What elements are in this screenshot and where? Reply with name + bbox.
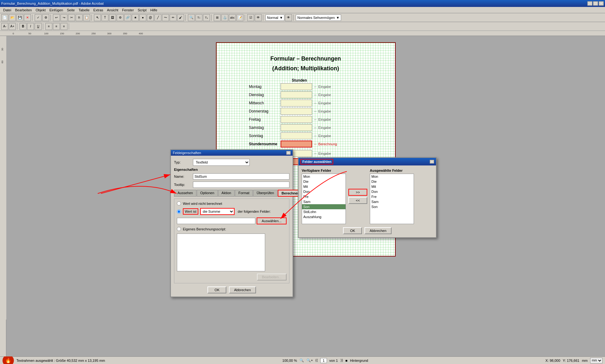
list-item-die-v[interactable]: Die	[302, 179, 346, 184]
tab-ueberprufen[interactable]: Überprüfen	[253, 190, 277, 197]
bearbeiten-button[interactable]: Bearbeiten...	[257, 274, 287, 280]
verfuegbare-felder-list[interactable]: Mon Die Mit Don Fre Sam Son StdLohn Ausz…	[302, 174, 346, 224]
align-left-button[interactable]: ≡	[45, 23, 52, 30]
felder-ok-button[interactable]: OK	[343, 227, 362, 234]
circle-button[interactable]: ●	[139, 14, 146, 21]
vision-mode-dropdown[interactable]: Normales Sehvermögen ▼	[296, 14, 341, 21]
save-button[interactable]: 💾	[16, 14, 23, 21]
feldeigenschaften-dialog[interactable]: Feldeigenschaften × Typ: Textfeld Eigens…	[170, 149, 293, 297]
zoom-in-button[interactable]: 🔍	[188, 14, 195, 21]
list-item-fre-a[interactable]: Fre	[370, 194, 414, 199]
tooltip-input[interactable]	[193, 182, 289, 188]
close-window-button[interactable]: ×	[599, 1, 604, 6]
list-item-sam-v[interactable]: Sam	[302, 199, 346, 204]
sum-select[interactable]: die Summe das Produkt der Durchschnitt d…	[200, 208, 235, 215]
dialog-close-button[interactable]: ×	[286, 151, 291, 155]
menu-bearbeiten[interactable]: Bearbeiten	[13, 8, 34, 13]
list-item-mit-a[interactable]: Mit	[370, 184, 414, 189]
menu-einfuegen[interactable]: Einfügen	[48, 8, 65, 13]
list-item-sam-a[interactable]: Sam	[370, 199, 414, 204]
align-center-button[interactable]: ≡	[53, 23, 60, 30]
menu-script[interactable]: Script	[136, 8, 148, 13]
tab-optionen[interactable]: Optionen	[197, 190, 218, 197]
form-button[interactable]: 📝	[236, 14, 243, 21]
redo-button[interactable]: ↪	[61, 14, 67, 21]
open-button[interactable]: 📂	[9, 14, 16, 21]
page-back-icon[interactable]: ⟨⟨	[315, 358, 318, 362]
close-button[interactable]: ✕	[24, 14, 31, 21]
ok-button[interactable]: OK	[207, 286, 226, 293]
list-item-son-v[interactable]: Son	[302, 204, 346, 209]
eye2-button[interactable]: 👁	[285, 14, 292, 21]
line-button[interactable]: ╱	[154, 14, 161, 21]
view-button[interactable]: 👁	[255, 14, 262, 21]
felder-input[interactable]	[177, 218, 255, 224]
view-mode-dropdown[interactable]: Normal ▼	[265, 14, 284, 21]
at-button[interactable]: @	[147, 14, 154, 21]
menu-objekt[interactable]: Objekt	[34, 8, 48, 13]
cursor-button[interactable]: ↖	[94, 14, 101, 21]
bold-button[interactable]: B	[20, 23, 26, 30]
pencil-button[interactable]: ✏	[170, 14, 177, 21]
list-item-auszahlung-v[interactable]: Auszahlung	[302, 214, 346, 219]
felder-auswaehlen-dialog[interactable]: Felder auswählen × Verfügbare Felder Mon…	[298, 157, 437, 238]
list-item-fre-v[interactable]: Fre	[302, 194, 346, 199]
table-button[interactable]: ⊞	[214, 14, 221, 21]
abc-button[interactable]: abc	[229, 14, 236, 21]
settings-button[interactable]: ⚙	[42, 14, 49, 21]
abbrechen-button[interactable]: Abbrechen	[229, 286, 256, 293]
menu-seite[interactable]: Seite	[65, 8, 77, 13]
felder-abbrechen-button[interactable]: Abbrechen	[364, 227, 391, 234]
eigenes-script-radio-input[interactable]	[177, 227, 181, 231]
tab-aktion[interactable]: Aktion	[218, 190, 235, 197]
checkbox-button[interactable]: ☑	[247, 14, 254, 21]
font-increase-button[interactable]: A+	[9, 23, 16, 30]
field-donnerstag[interactable]	[281, 108, 312, 115]
text-button[interactable]: T	[102, 14, 108, 21]
field-freitag[interactable]	[281, 116, 312, 123]
name-input[interactable]	[193, 173, 289, 180]
field-montag[interactable]	[281, 83, 312, 90]
gear2-button[interactable]: ⚙	[117, 14, 124, 21]
align-right-button[interactable]: ≡	[61, 23, 67, 30]
link-button[interactable]: 🔗	[124, 14, 131, 21]
script-textarea[interactable]	[177, 234, 265, 271]
check-button[interactable]: ✓	[35, 14, 42, 21]
bookmark-button[interactable]: ★	[132, 14, 139, 21]
list-item-mon-a[interactable]: Mon	[370, 174, 414, 179]
paste-button[interactable]: 📋	[83, 14, 90, 21]
field-samstag[interactable]	[281, 124, 312, 131]
font-decrease-button[interactable]: A-	[1, 23, 8, 30]
list-item-son-a[interactable]: Son	[370, 204, 414, 209]
text3-button[interactable]: Tₐ	[203, 14, 210, 21]
tab-format[interactable]: Format	[235, 190, 253, 197]
tab-aussehen[interactable]: Aussehen	[174, 190, 196, 197]
menu-fenster[interactable]: Fenster	[120, 8, 136, 13]
brush-button[interactable]: 🖌	[177, 14, 184, 21]
minimize-button[interactable]: −	[587, 1, 592, 6]
list-item-don-a[interactable]: Don	[370, 189, 414, 194]
zoom-in-icon[interactable]: 🔍+	[306, 358, 313, 362]
field-mittwoch[interactable]	[281, 100, 312, 107]
ausgewaehlte-felder-list[interactable]: Mon Die Mit Don Fre Sam Son	[370, 174, 414, 224]
menu-hilfe[interactable]: Hilfe	[148, 8, 159, 13]
field-sonntag[interactable]	[281, 132, 312, 139]
felder-dialog-close-button[interactable]: ×	[430, 160, 434, 164]
undo-button[interactable]: ↩	[53, 14, 60, 21]
cut-button[interactable]: ✂	[68, 14, 75, 21]
list-item-don-v[interactable]: Don	[302, 189, 346, 194]
menu-tabelle[interactable]: Tabelle	[77, 8, 91, 13]
list-item-mit-v[interactable]: Mit	[302, 184, 346, 189]
page-number[interactable]: 1	[320, 358, 327, 363]
maximize-button[interactable]: □	[593, 1, 598, 6]
wave-button[interactable]: 〜	[162, 14, 169, 21]
zoom-icon[interactable]: 🔍	[300, 358, 304, 362]
field-stundensumme[interactable]	[281, 141, 312, 147]
radio-wert-ist-input[interactable]	[177, 210, 181, 214]
list-item-stdlohn-v[interactable]: StdLohn	[302, 209, 346, 214]
menu-ansicht[interactable]: Ansicht	[105, 8, 120, 13]
canvas-area[interactable]: Formular – Berechnungen (Addition; Multi…	[6, 36, 605, 356]
field-dienstag[interactable]	[281, 91, 312, 98]
italic-button[interactable]: I	[27, 23, 34, 30]
image-button[interactable]: 🖼	[109, 14, 116, 21]
